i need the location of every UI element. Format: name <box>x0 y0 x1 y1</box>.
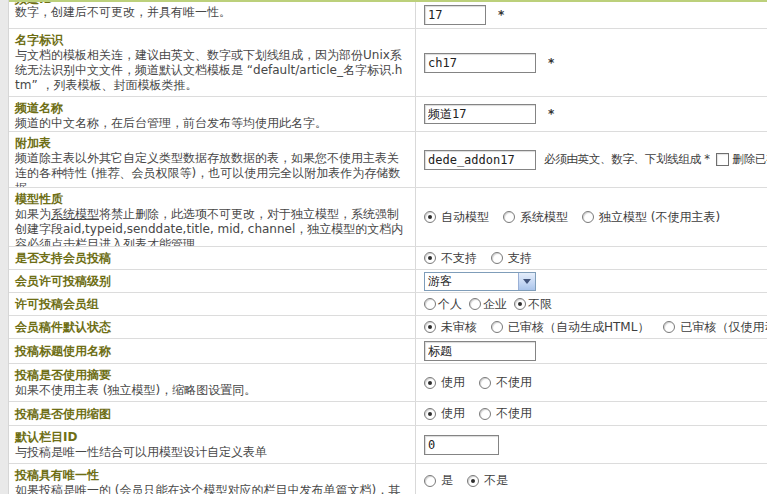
field-desc: 频道的中文名称，在后台管理，前台发布等均使用此名字。 <box>15 116 407 131</box>
field-desc: 与投稿是唯一性结合可以用模型设计自定义表单 <box>15 445 407 460</box>
radio-thumb-no-use[interactable] <box>479 408 491 420</box>
radio-label: 已审核（自动生成HTML） <box>508 319 649 336</box>
form-row-channel-name: 频道名称 频道的中文名称，在后台管理，前台发布等均使用此名字。 * <box>9 97 767 132</box>
form-row-channel-id: 频道ID 数字，创建后不可更改，并具有唯一性。 * <box>9 2 767 29</box>
field-label: 投稿是否使用缩图 <box>15 406 111 422</box>
name-identifier-input[interactable] <box>424 53 536 73</box>
field-label: 附加表 <box>15 135 407 151</box>
radio-label: 已审核（仅使用动态文档） <box>680 319 767 336</box>
channel-id-input[interactable] <box>424 5 486 25</box>
radio-group-personal[interactable] <box>424 298 436 310</box>
field-desc: 如果不使用主表 (独立模型)，缩略图设置同。 <box>15 383 407 398</box>
radio-model-system[interactable] <box>503 211 515 223</box>
page-left-gutter <box>0 0 9 494</box>
radio-label: 独立模型 (不使用主表) <box>599 209 720 226</box>
form-table: 频道ID 数字，创建后不可更改，并具有唯一性。 * 名字标识 与文档的模板相关连… <box>9 0 767 494</box>
field-desc: 如果投稿是唯一的 (会员只能在这个模型对应的栏目中发布单篇文档)，其作用相当于自… <box>15 483 407 494</box>
radio-unique-yes[interactable] <box>424 475 436 487</box>
form-row-use-thumb: 投稿是否使用缩图 使用 不使用 <box>9 402 767 426</box>
form-row-member-submit: 是否支持会员投稿 不支持 支持 <box>9 247 767 270</box>
form-row-name-identifier: 名字标识 与文档的模板相关连，建议由英文、数字或下划线组成，因为部份Unix系统… <box>9 29 767 97</box>
radio-group-enterprise[interactable] <box>469 298 481 310</box>
radio-label: 企业 <box>483 296 507 313</box>
radio-status-unaudited[interactable] <box>424 321 436 333</box>
radio-submit-supported[interactable] <box>491 252 503 264</box>
radio-status-audited-dynamic[interactable] <box>663 321 675 333</box>
field-label: 频道ID <box>15 2 53 7</box>
field-label: 会员许可投稿级别 <box>15 273 111 289</box>
form-row-default-status: 会员稿件默认状态 未审核 已审核（自动生成HTML） 已审核（仅使用动态文档） <box>9 316 767 339</box>
required-asterisk: * <box>548 56 554 70</box>
radio-label: 未审核 <box>441 319 477 336</box>
field-desc: 与文档的模板相关连，建议由英文、数字或下划线组成，因为部份Unix系统无法识别中… <box>15 48 407 93</box>
field-desc: 如果为系统模型将禁止删除，此选项不可更改，对于独立模型，系统强制创建字段aid,… <box>15 207 407 246</box>
field-label: 会员稿件默认状态 <box>15 319 111 335</box>
radio-model-auto[interactable] <box>424 211 436 223</box>
field-desc: 数字，创建后不可更改，并具有唯一性。 <box>15 5 407 20</box>
required-asterisk: * <box>498 8 504 22</box>
radio-label: 不限 <box>528 296 552 313</box>
field-label: 模型性质 <box>15 191 407 207</box>
radio-unique-no[interactable] <box>467 475 479 487</box>
form-row-title-name: 投稿标题使用名称 <box>9 339 767 364</box>
title-name-input[interactable] <box>424 341 536 361</box>
radio-label: 个人 <box>438 296 462 313</box>
radio-label: 不使用 <box>496 405 532 422</box>
chevron-down-icon <box>523 279 531 284</box>
radio-label: 使用 <box>441 405 465 422</box>
form-row-model-nature: 模型性质 如果为系统模型将禁止删除，此选项不可更改，对于独立模型，系统强制创建字… <box>9 188 767 247</box>
form-row-addon-table: 附加表 频道除主表以外其它自定义类型数据存放数据的表，如果您不使用主表关连的各种… <box>9 132 767 188</box>
addon-table-hint: 必须由英文、数字、下划线组成 * <box>544 152 710 167</box>
radio-summary-no-use[interactable] <box>479 377 491 389</box>
channel-model-edit-form: 频道ID 数字，创建后不可更改，并具有唯一性。 * 名字标识 与文档的模板相关连… <box>0 0 767 494</box>
form-row-use-summary: 投稿是否使用摘要 如果不使用主表 (独立模型)，缩略图设置同。 使用 不使用 <box>9 364 767 402</box>
radio-label: 自动模型 <box>441 209 489 226</box>
radio-label: 支持 <box>508 250 532 267</box>
field-label: 是否支持会员投稿 <box>15 250 111 266</box>
radio-label: 不是 <box>484 472 508 489</box>
field-label: 投稿标题使用名称 <box>15 343 111 359</box>
radio-label: 系统模型 <box>520 209 568 226</box>
radio-label: 是 <box>441 472 453 489</box>
field-label: 名字标识 <box>15 32 407 48</box>
form-row-member-level: 会员许可投稿级别 游客 <box>9 270 767 293</box>
default-typeid-input[interactable] <box>424 435 499 455</box>
form-row-member-group: 许可投稿会员组 个人 企业 不限 <box>9 293 767 316</box>
field-label: 投稿是否使用摘要 <box>15 367 407 383</box>
required-asterisk: * <box>548 107 554 121</box>
select-dropdown-button[interactable] <box>518 273 535 290</box>
form-row-default-typeid: 默认栏目ID 与投稿是唯一性结合可以用模型设计自定义表单 <box>9 426 767 464</box>
channel-name-input[interactable] <box>424 104 536 124</box>
delete-existing-table-label: 删除已有表 <box>733 152 767 167</box>
addon-table-input[interactable] <box>424 150 536 170</box>
field-desc: 频道除主表以外其它自定义类型数据存放数据的表，如果您不使用主表关连的各种特性 (… <box>15 151 407 187</box>
radio-label: 使用 <box>441 374 465 391</box>
radio-group-unlimited[interactable] <box>514 298 526 310</box>
radio-model-independent[interactable] <box>582 211 594 223</box>
select-value: 游客 <box>425 273 452 290</box>
field-label: 默认栏目ID <box>15 429 407 445</box>
radio-summary-use[interactable] <box>424 377 436 389</box>
system-model-underlined-text: 系统模型 <box>51 207 99 221</box>
member-level-select[interactable]: 游客 <box>424 272 536 291</box>
field-label: 许可投稿会员组 <box>15 296 99 312</box>
delete-existing-table-checkbox[interactable] <box>716 153 729 166</box>
radio-status-audited-html[interactable] <box>491 321 503 333</box>
field-label: 投稿具有唯一性 <box>15 467 407 483</box>
field-label: 频道名称 <box>15 100 407 116</box>
form-row-unique-submit: 投稿具有唯一性 如果投稿是唯一的 (会员只能在这个模型对应的栏目中发布单篇文档)… <box>9 464 767 494</box>
radio-submit-unsupported[interactable] <box>424 252 436 264</box>
radio-label: 不使用 <box>496 374 532 391</box>
radio-label: 不支持 <box>441 250 477 267</box>
radio-thumb-use[interactable] <box>424 408 436 420</box>
